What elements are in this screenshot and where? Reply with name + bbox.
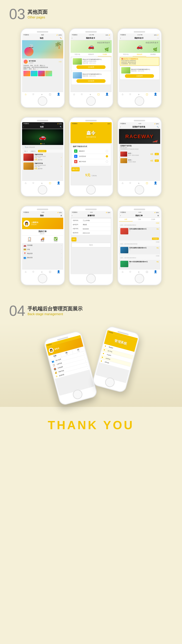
payment-amount: 5元 门票价格 [70, 172, 112, 178]
filter-brand[interactable]: 出售单据 ▼ [38, 150, 46, 152]
tab-search-3[interactable]: ☆ [129, 92, 132, 96]
tab-friends[interactable]: 车友圈 [98, 53, 112, 56]
tab-list-6[interactable]: ◻ [146, 181, 148, 185]
tab-profile-4[interactable]: 👤 [57, 181, 60, 185]
tab-add-6[interactable]: ＋ [138, 181, 140, 185]
collect-btn-2[interactable]: ☆ [61, 166, 62, 167]
order-tab-pending[interactable]: 已购 [133, 218, 146, 222]
radio-bankcard[interactable] [106, 160, 108, 163]
tab-add-2[interactable]: ＋ [89, 92, 92, 96]
tab-add-3[interactable]: ＋ [138, 92, 140, 96]
phones-row-2: 中国移动4:22⚡ 32% ‹ 拍卖 🔍 🚗 [0, 115, 182, 204]
filter-all[interactable]: 综合 ▼ [23, 150, 29, 152]
status-bar-9: 中国移动4:23⚡ 32% [119, 211, 160, 214]
tab-star-7[interactable]: ☆ [32, 270, 34, 274]
tab-profile-9[interactable]: 👤 [154, 270, 157, 274]
tab-list-7[interactable]: ◻ [49, 270, 51, 274]
order-tab-all[interactable]: 全部 [119, 218, 133, 222]
buy-btn-1[interactable]: 购买 [155, 153, 159, 155]
radio-alipay[interactable] [106, 155, 108, 158]
menu-card[interactable]: 💳 卡包 › [22, 248, 63, 252]
tab-star-4[interactable]: ☆ [32, 181, 34, 185]
use-card-btn-1[interactable]: 立刻使用 [76, 65, 106, 69]
qa-shipping[interactable]: 🚚 待发货 [40, 237, 44, 242]
tab-list-9[interactable]: ◻ [146, 270, 148, 274]
tab-profile-2[interactable]: 👤 [105, 92, 109, 96]
use-card-btn-2[interactable]: 立刻使用 [76, 79, 106, 83]
tab-card-3[interactable]: ◻ [146, 92, 148, 96]
buy-btn-2[interactable]: 购买 [155, 160, 159, 162]
search-bar-4[interactable]: 🔍 输入商品名称 [24, 146, 62, 149]
tab-used-3[interactable]: 便捷使用 [133, 53, 146, 56]
tab-friends-3[interactable]: 朋友圈的 [146, 53, 160, 56]
save-car-btn[interactable]: 保存 [72, 237, 76, 242]
phone-social: 中国移动动态⚡ 100% 动态 ✏️ 🌴 🚐 [20, 28, 65, 108]
stat-orders[interactable]: 我的订单 查看全部 › [22, 229, 63, 235]
qa-waiting[interactable]: 📋 待付款 [28, 237, 32, 242]
tab-home-3[interactable]: ⌂ [122, 92, 123, 96]
tab-add-7[interactable]: ＋ [40, 270, 43, 274]
form-date: 购买时间 2020-10-20 [72, 231, 111, 235]
tab-add[interactable]: ＋ [40, 92, 43, 96]
menu-nearby[interactable]: 📍 周边关系 › [22, 252, 63, 256]
payment-form-title: 选择下列的支付方式 [73, 146, 110, 148]
admin-info-left: 管理员 [54, 347, 60, 351]
tab-profile-3[interactable]: 👤 [154, 92, 157, 96]
order-title-2: 近郊仓储票价优惠价报399元 [129, 247, 156, 249]
collect-btn-1[interactable]: ☆ [61, 156, 62, 158]
tab-profile-7[interactable]: 👤 [57, 270, 60, 274]
menu-label-card: 卡包 [27, 248, 60, 250]
tab-msg[interactable]: ◻ [49, 92, 51, 96]
radio-wechat[interactable] [106, 150, 108, 152]
tab-home-2[interactable]: ⌂ [73, 92, 75, 96]
menu-mycar[interactable]: 🚗 汽车档案 › [22, 244, 63, 248]
order-status-1: 待退票 [156, 222, 159, 224]
tab-profile-6[interactable]: 👤 [154, 181, 157, 185]
refund-btn-1[interactable]: 申请退票 [152, 238, 159, 240]
tab-home-4[interactable]: ⌂ [25, 181, 26, 185]
tab-card-2[interactable]: ◻ [97, 92, 100, 96]
tab-star-9[interactable]: ☆ [129, 270, 132, 274]
order-date-3: 订单号：2017/2/02130/2435413 已完成 [119, 254, 160, 260]
tab-list-4[interactable]: ◻ [49, 181, 51, 185]
use-card-btn-3[interactable]: 立刻使用 [125, 74, 154, 78]
tab-star-6[interactable]: ☆ [129, 181, 132, 185]
tab-home-6[interactable]: ⌂ [122, 181, 123, 185]
nav-title-9: 我的订单 [135, 214, 143, 217]
tab-search[interactable]: ☆ [32, 92, 34, 96]
menu-label-car: 汽车档案 [27, 244, 60, 246]
tab-add-9[interactable]: ＋ [138, 270, 140, 274]
nav-title-7: 我的 [40, 214, 44, 217]
tab-allcards-3[interactable]: 车型卡包 [119, 53, 133, 56]
backstage-screen-right: 后台管理 管理系统 ■ 数据概览 ■ 用户列表 [96, 330, 138, 383]
car-card-3: 我在在市汽车辅助服务销售中心 奖励日期：2014-12-31 立刻使用 [120, 66, 159, 80]
tab-home-7[interactable]: ⌂ [25, 270, 26, 274]
follow-btn[interactable]: + 关注 [58, 61, 62, 62]
tab-add-4[interactable]: ＋ [40, 181, 43, 185]
cancel-car-btn[interactable]: 取消 [72, 243, 111, 247]
order-tab-done[interactable]: 已退票 [146, 218, 160, 222]
filter-price[interactable]: 价格区间 ▼ [29, 150, 38, 152]
payment-option-bankcard[interactable]: 银 银行卡支付 [73, 159, 110, 164]
phone-mycard2-screen: 中国移动1:31 PM32% ⚡ ‹ 我的车友卡 ··· 🚗 你还没有车友卡 🌿… [119, 34, 160, 97]
tab-profile[interactable]: 👤 [57, 92, 60, 96]
qa-done[interactable]: ✅ 已完成 [54, 237, 58, 242]
phones-row-3: 中国移动4:22⚡ 32% 我的 ⚙ 👩 上善若水 查看资料 › [0, 204, 182, 292]
menu-friends[interactable]: 👥 朋友关系 › [22, 256, 63, 260]
order-title-3: 精D43优先套餐优惠价报388元 [129, 261, 156, 263]
tab-used[interactable]: 便捷使用 [84, 53, 98, 56]
payment-option-alipay[interactable]: 支 支付宝支付 [73, 154, 110, 159]
tab-home-9[interactable]: ⌂ [122, 270, 123, 274]
car-listing-2: 洗修汽车车场 包含多种优惠车型服务 距离：8km 5元 洗好可用 ☆ [22, 162, 63, 171]
phone-social-screen: 中国移动动态⚡ 100% 动态 ✏️ 🌴 🚐 [22, 34, 63, 97]
quick-access: 📋 待付款 🚚 待发货 ✅ 已完成 [22, 236, 63, 244]
wechat-icon: 微 [74, 150, 77, 153]
tab-home[interactable]: ⌂ [25, 92, 26, 96]
payment-option-wechat[interactable]: 微 微信支付 [73, 148, 110, 154]
tab-search-2[interactable]: ☆ [80, 92, 83, 96]
tab-allcards[interactable]: 车型卡包 [70, 53, 84, 56]
order-thumb-3 [120, 261, 128, 267]
form-model: 参考型号 奥迪花 [72, 223, 111, 227]
confirm-payment-btn[interactable]: 确认支付 [72, 167, 80, 171]
admin-list-icon-1: ■ [104, 345, 108, 348]
